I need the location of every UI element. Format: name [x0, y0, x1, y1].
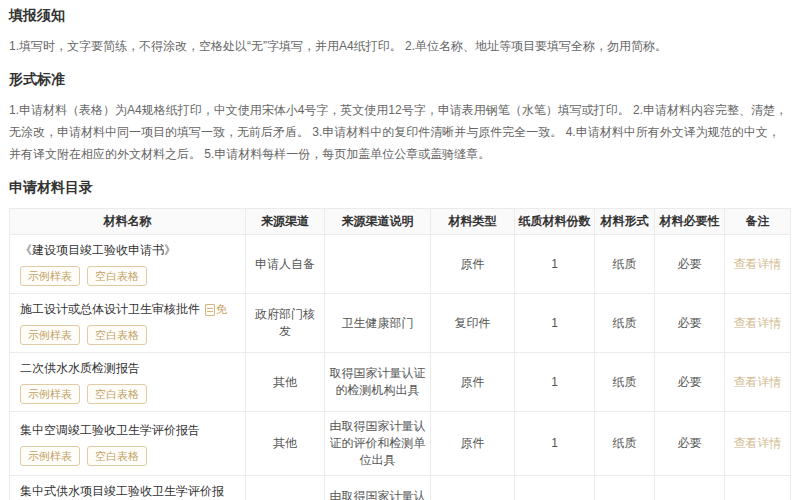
material-type-cell: 复印件 [431, 294, 515, 353]
column-header: 来源渠道 [246, 209, 325, 235]
column-header: 材料类型 [431, 209, 515, 235]
material-type-cell: 原件 [431, 412, 515, 476]
column-header: 备注 [725, 209, 791, 235]
material-name: 集中式供水项目竣工验收卫生学评价报告 [20, 483, 235, 500]
paper-copies-cell: 1 [515, 294, 595, 353]
material-name: 集中空调竣工验收卫生学评价报告 [20, 422, 235, 439]
view-detail-link[interactable]: 查看详情 [734, 375, 782, 389]
necessity-cell: 必要 [655, 353, 725, 412]
necessity-cell: 必要 [655, 412, 725, 476]
paper-copies-cell: 1 [515, 353, 595, 412]
material-form-cell: 纸质 [595, 294, 655, 353]
material-form-cell: 纸质 [595, 353, 655, 412]
source-channel-cell: 申请人自备 [246, 235, 325, 294]
materials-directory-title: 申请材料目录 [9, 178, 791, 196]
source-desc-cell: 由取得国家计量认证的评价和检测单位出具 [325, 476, 431, 500]
notice-title: 填报须知 [9, 6, 791, 24]
sample-form-button[interactable]: 示例样表 [20, 325, 80, 345]
materials-table: 材料名称来源渠道来源渠道说明材料类型纸质材料份数材料形式材料必要性备注 《建设项… [9, 208, 791, 500]
paper-copies-cell: 1 [515, 412, 595, 476]
materials-table-body: 《建设项目竣工验收申请书》 示例样表 空白表格 申请人自备 原件 1 纸质 必要… [10, 235, 791, 500]
material-name: 二次供水水质检测报告 [20, 360, 235, 377]
column-header: 材料必要性 [655, 209, 725, 235]
table-row: 二次供水水质检测报告 示例样表 空白表格 其他 取得国家计量认证的检测机构出具 … [10, 353, 791, 412]
material-form-cell: 纸质 [595, 235, 655, 294]
view-detail-link[interactable]: 查看详情 [734, 436, 782, 450]
blank-form-button[interactable]: 空白表格 [87, 325, 147, 345]
source-desc-cell: 由取得国家计量认证的评价和检测单位出具 [325, 412, 431, 476]
column-header: 材料名称 [10, 209, 246, 235]
material-name: 《建设项目竣工验收申请书》 [20, 242, 235, 259]
view-detail-link[interactable]: 查看详情 [734, 316, 782, 330]
notice-paragraph: 1.填写时，文字要简练，不得涂改，空格处以“无”字填写，并用A4纸打印。 2.单… [9, 35, 791, 57]
format-standard-title: 形式标准 [9, 70, 791, 88]
source-desc-cell: 取得国家计量认证的检测机构出具 [325, 353, 431, 412]
document-icon [205, 304, 215, 316]
column-header: 来源渠道说明 [325, 209, 431, 235]
view-detail-link[interactable]: 查看详情 [734, 257, 782, 271]
sample-form-button[interactable]: 示例样表 [20, 384, 80, 404]
necessity-cell: 必要 [655, 294, 725, 353]
format-standard-paragraph: 1.申请材料（表格）为A4规格纸打印，中文使用宋体小4号字，英文使用12号字，申… [9, 99, 791, 165]
blank-form-button[interactable]: 空白表格 [87, 384, 147, 404]
material-type-cell: 原件 [431, 476, 515, 500]
exempt-icon: 免 [205, 301, 227, 318]
material-type-cell: 原件 [431, 235, 515, 294]
table-row: 集中式供水项目竣工验收卫生学评价报告 示例样表 空白表格 其他 由取得国家计量认… [10, 476, 791, 500]
material-name: 施工设计或总体设计卫生审核批件免 [20, 301, 235, 318]
source-channel-cell: 其他 [246, 353, 325, 412]
sample-form-button[interactable]: 示例样表 [20, 446, 80, 466]
paper-copies-cell: 1 [515, 476, 595, 500]
column-header: 材料形式 [595, 209, 655, 235]
source-channel-cell: 其他 [246, 412, 325, 476]
materials-table-header: 材料名称来源渠道来源渠道说明材料类型纸质材料份数材料形式材料必要性备注 [10, 209, 791, 235]
table-row: 《建设项目竣工验收申请书》 示例样表 空白表格 申请人自备 原件 1 纸质 必要… [10, 235, 791, 294]
table-row: 集中空调竣工验收卫生学评价报告 示例样表 空白表格 其他 由取得国家计量认证的评… [10, 412, 791, 476]
table-row: 施工设计或总体设计卫生审核批件免 示例样表 空白表格 政府部门核发 卫生健康部门… [10, 294, 791, 353]
source-desc-cell: 卫生健康部门 [325, 294, 431, 353]
blank-form-button[interactable]: 空白表格 [87, 266, 147, 286]
necessity-cell: 必要 [655, 476, 725, 500]
material-form-cell: 纸质 [595, 412, 655, 476]
necessity-cell: 必要 [655, 235, 725, 294]
material-form-cell: 纸质 [595, 476, 655, 500]
sample-form-button[interactable]: 示例样表 [20, 266, 80, 286]
material-type-cell: 原件 [431, 353, 515, 412]
paper-copies-cell: 1 [515, 235, 595, 294]
column-header: 纸质材料份数 [515, 209, 595, 235]
blank-form-button[interactable]: 空白表格 [87, 446, 147, 466]
source-channel-cell: 其他 [246, 476, 325, 500]
source-channel-cell: 政府部门核发 [246, 294, 325, 353]
source-desc-cell [325, 235, 431, 294]
